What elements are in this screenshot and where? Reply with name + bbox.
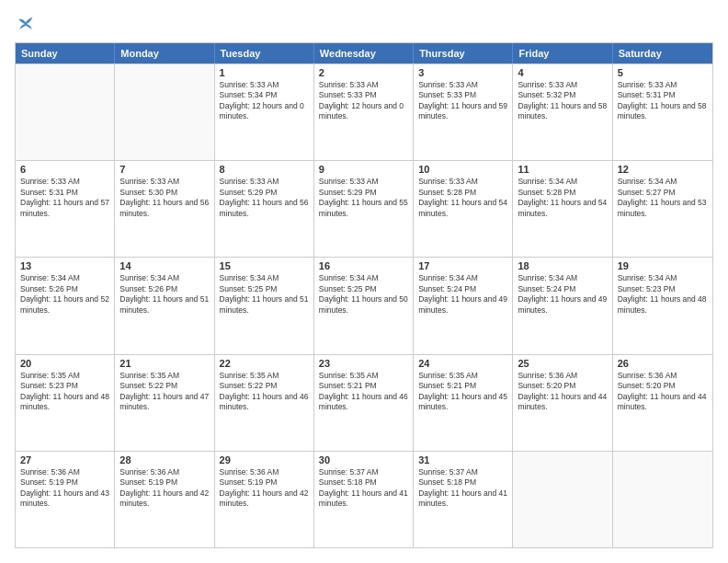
empty-cell [513, 452, 612, 547]
day-number: 14 [119, 260, 209, 271]
day-cell-19: 19Sunrise: 5:34 AMSunset: 5:23 PMDayligh… [613, 258, 712, 353]
calendar-week-1: 1Sunrise: 5:33 AMSunset: 5:34 PMDaylight… [16, 63, 712, 160]
day-header-sunday: Sunday [16, 43, 115, 63]
day-cell-31: 31Sunrise: 5:37 AMSunset: 5:18 PMDayligh… [414, 452, 513, 547]
day-number: 25 [518, 358, 607, 369]
day-header-friday: Friday [513, 43, 612, 63]
day-info: Sunrise: 5:33 AMSunset: 5:29 PMDaylight:… [220, 177, 309, 219]
day-info: Sunrise: 5:34 AMSunset: 5:25 PMDaylight:… [319, 273, 408, 316]
day-cell-26: 26Sunrise: 5:36 AMSunset: 5:20 PMDayligh… [613, 355, 712, 451]
day-number: 21 [119, 358, 209, 369]
day-cell-5: 5Sunrise: 5:33 AMSunset: 5:31 PMDaylight… [613, 64, 712, 160]
header [15, 15, 713, 33]
day-cell-7: 7Sunrise: 5:33 AMSunset: 5:30 PMDaylight… [115, 161, 214, 257]
day-number: 3 [418, 67, 507, 78]
day-number: 18 [518, 260, 607, 271]
day-info: Sunrise: 5:35 AMSunset: 5:22 PMDaylight:… [220, 371, 309, 413]
day-cell-25: 25Sunrise: 5:36 AMSunset: 5:20 PMDayligh… [513, 355, 612, 451]
day-cell-3: 3Sunrise: 5:33 AMSunset: 5:33 PMDaylight… [414, 64, 513, 160]
calendar-body: 1Sunrise: 5:33 AMSunset: 5:34 PMDaylight… [16, 63, 712, 547]
day-cell-23: 23Sunrise: 5:35 AMSunset: 5:21 PMDayligh… [314, 355, 414, 451]
day-cell-9: 9Sunrise: 5:33 AMSunset: 5:29 PMDaylight… [314, 161, 414, 257]
day-cell-27: 27Sunrise: 5:36 AMSunset: 5:19 PMDayligh… [16, 452, 115, 547]
day-cell-13: 13Sunrise: 5:34 AMSunset: 5:26 PMDayligh… [16, 258, 115, 353]
empty-cell [115, 64, 214, 160]
day-number: 24 [418, 358, 507, 369]
day-info: Sunrise: 5:36 AMSunset: 5:19 PMDaylight:… [220, 467, 309, 510]
logo-text [15, 15, 35, 33]
day-number: 13 [20, 260, 109, 271]
day-cell-17: 17Sunrise: 5:34 AMSunset: 5:24 PMDayligh… [414, 258, 513, 353]
day-cell-30: 30Sunrise: 5:37 AMSunset: 5:18 PMDayligh… [314, 452, 414, 547]
day-info: Sunrise: 5:36 AMSunset: 5:20 PMDaylight:… [618, 371, 708, 413]
day-cell-10: 10Sunrise: 5:33 AMSunset: 5:28 PMDayligh… [414, 161, 513, 257]
day-number: 19 [618, 260, 708, 271]
calendar-week-4: 20Sunrise: 5:35 AMSunset: 5:23 PMDayligh… [16, 354, 712, 451]
calendar-week-3: 13Sunrise: 5:34 AMSunset: 5:26 PMDayligh… [16, 257, 712, 353]
day-header-wednesday: Wednesday [314, 43, 414, 63]
day-info: Sunrise: 5:33 AMSunset: 5:33 PMDaylight:… [319, 80, 408, 122]
day-cell-21: 21Sunrise: 5:35 AMSunset: 5:22 PMDayligh… [115, 355, 214, 451]
day-info: Sunrise: 5:33 AMSunset: 5:32 PMDaylight:… [518, 80, 607, 122]
day-info: Sunrise: 5:37 AMSunset: 5:18 PMDaylight:… [319, 467, 408, 510]
day-header-saturday: Saturday [613, 43, 712, 63]
day-header-tuesday: Tuesday [215, 43, 314, 63]
day-info: Sunrise: 5:33 AMSunset: 5:34 PMDaylight:… [220, 80, 309, 122]
day-info: Sunrise: 5:36 AMSunset: 5:19 PMDaylight:… [119, 467, 209, 510]
day-cell-20: 20Sunrise: 5:35 AMSunset: 5:23 PMDayligh… [16, 355, 115, 451]
day-cell-8: 8Sunrise: 5:33 AMSunset: 5:29 PMDaylight… [215, 161, 314, 257]
day-number: 28 [119, 454, 209, 465]
day-number: 20 [20, 358, 109, 369]
day-number: 30 [319, 454, 408, 465]
day-number: 8 [220, 164, 309, 175]
day-info: Sunrise: 5:37 AMSunset: 5:18 PMDaylight:… [418, 467, 507, 510]
day-info: Sunrise: 5:33 AMSunset: 5:33 PMDaylight:… [418, 80, 507, 122]
page: SundayMondayTuesdayWednesdayThursdayFrid… [0, 0, 728, 563]
day-cell-16: 16Sunrise: 5:34 AMSunset: 5:25 PMDayligh… [314, 258, 414, 353]
day-info: Sunrise: 5:34 AMSunset: 5:24 PMDaylight:… [418, 273, 507, 316]
day-number: 2 [319, 67, 408, 78]
calendar-header: SundayMondayTuesdayWednesdayThursdayFrid… [16, 43, 712, 63]
day-header-monday: Monday [115, 43, 214, 63]
logo [15, 15, 35, 33]
day-info: Sunrise: 5:34 AMSunset: 5:24 PMDaylight:… [518, 273, 607, 316]
day-number: 29 [220, 454, 309, 465]
day-number: 26 [618, 358, 708, 369]
day-number: 4 [518, 67, 607, 78]
day-cell-6: 6Sunrise: 5:33 AMSunset: 5:31 PMDaylight… [16, 161, 115, 257]
day-number: 27 [20, 454, 109, 465]
day-info: Sunrise: 5:36 AMSunset: 5:20 PMDaylight:… [518, 371, 607, 413]
day-info: Sunrise: 5:33 AMSunset: 5:30 PMDaylight:… [119, 177, 209, 219]
day-info: Sunrise: 5:36 AMSunset: 5:19 PMDaylight:… [20, 467, 109, 510]
day-cell-22: 22Sunrise: 5:35 AMSunset: 5:22 PMDayligh… [215, 355, 314, 451]
day-cell-18: 18Sunrise: 5:34 AMSunset: 5:24 PMDayligh… [513, 258, 612, 353]
day-number: 7 [119, 164, 209, 175]
day-number: 17 [418, 260, 507, 271]
day-cell-29: 29Sunrise: 5:36 AMSunset: 5:19 PMDayligh… [215, 452, 314, 547]
calendar: SundayMondayTuesdayWednesdayThursdayFrid… [15, 42, 713, 548]
day-info: Sunrise: 5:35 AMSunset: 5:23 PMDaylight:… [20, 371, 109, 413]
day-number: 12 [618, 164, 708, 175]
day-number: 9 [319, 164, 408, 175]
day-cell-1: 1Sunrise: 5:33 AMSunset: 5:34 PMDaylight… [215, 64, 314, 160]
empty-cell [16, 64, 115, 160]
day-number: 23 [319, 358, 408, 369]
empty-cell [613, 452, 712, 547]
calendar-week-2: 6Sunrise: 5:33 AMSunset: 5:31 PMDaylight… [16, 160, 712, 257]
day-number: 6 [20, 164, 109, 175]
day-cell-12: 12Sunrise: 5:34 AMSunset: 5:27 PMDayligh… [613, 161, 712, 257]
day-info: Sunrise: 5:34 AMSunset: 5:27 PMDaylight:… [618, 177, 708, 219]
day-cell-24: 24Sunrise: 5:35 AMSunset: 5:21 PMDayligh… [414, 355, 513, 451]
day-number: 15 [220, 260, 309, 271]
day-info: Sunrise: 5:34 AMSunset: 5:26 PMDaylight:… [20, 273, 109, 316]
calendar-week-5: 27Sunrise: 5:36 AMSunset: 5:19 PMDayligh… [16, 451, 712, 547]
day-info: Sunrise: 5:33 AMSunset: 5:31 PMDaylight:… [618, 80, 708, 122]
logo-bird-icon [17, 15, 35, 33]
day-info: Sunrise: 5:33 AMSunset: 5:31 PMDaylight:… [20, 177, 109, 219]
day-number: 11 [518, 164, 607, 175]
day-header-thursday: Thursday [414, 43, 513, 63]
day-number: 16 [319, 260, 408, 271]
day-info: Sunrise: 5:35 AMSunset: 5:22 PMDaylight:… [119, 371, 209, 413]
day-cell-2: 2Sunrise: 5:33 AMSunset: 5:33 PMDaylight… [314, 64, 414, 160]
day-cell-14: 14Sunrise: 5:34 AMSunset: 5:26 PMDayligh… [115, 258, 214, 353]
